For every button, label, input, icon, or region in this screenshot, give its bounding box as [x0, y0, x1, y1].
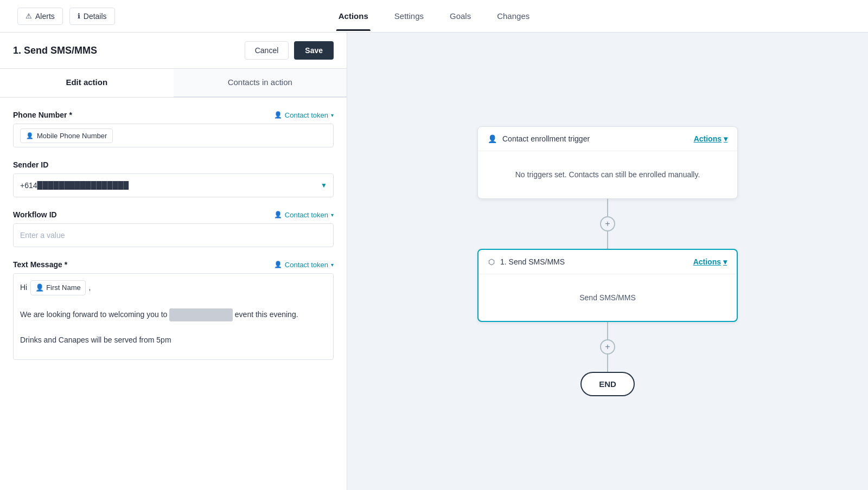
workflow-token-chevron: ▾ [331, 212, 334, 218]
action-node-title-group: ⬡ 1. Send SMS/MMS [488, 257, 565, 266]
action-node-header: ⬡ 1. Send SMS/MMS Actions ▾ [478, 250, 737, 274]
phone-number-field: Phone Number * 👤 Contact token ▾ 👤 Mobil… [13, 111, 334, 147]
trigger-person-icon: 👤 [488, 134, 497, 143]
add-step-btn-1[interactable]: + [600, 216, 615, 231]
action-node-body: Send SMS/MMS [478, 274, 737, 321]
sender-select-wrapper: +614█████████████████ ▼ [13, 173, 334, 197]
action-node-actions-btn[interactable]: Actions ▾ [693, 257, 727, 266]
text-message-token-btn[interactable]: 👤 Contact token ▾ [274, 261, 334, 269]
message-line-1: Hi 👤 First Name , [20, 280, 327, 295]
trigger-node-header: 👤 Contact enrollment trigger Actions ▾ [478, 127, 737, 151]
connector-1: + [600, 199, 615, 249]
workflow-id-field: Workflow ID 👤 Contact token ▾ [13, 210, 334, 247]
main-layout: 1. Send SMS/MMS Cancel Save Edit action … [0, 33, 868, 490]
phone-number-label: Phone Number * [13, 111, 72, 119]
text-token-chevron: ▾ [331, 262, 334, 268]
details-label: Details [84, 12, 107, 21]
phone-contact-token-btn[interactable]: 👤 Contact token ▾ [274, 111, 334, 119]
mobile-phone-tag: 👤 Mobile Phone Number [20, 128, 113, 143]
panel-tabs: Edit action Contacts in action [0, 69, 347, 98]
save-button[interactable]: Save [294, 41, 334, 60]
message-content-area[interactable]: Hi 👤 First Name , We are looking forward… [13, 273, 334, 360]
phone-label-row: Phone Number * 👤 Contact token ▾ [13, 111, 334, 119]
message-line-2: We are looking forward to welcoming you … [20, 308, 327, 321]
add-step-btn-2[interactable]: + [600, 339, 615, 354]
cancel-button[interactable]: Cancel [245, 41, 289, 60]
action-node-title: 1. Send SMS/MMS [500, 257, 565, 266]
action-title: 1. Send SMS/MMS [13, 45, 97, 56]
text-message-label: Text Message * [13, 260, 67, 269]
connector-2: + [600, 322, 615, 372]
connector-line-3 [607, 322, 608, 339]
workflow-id-label: Workflow ID [13, 210, 57, 219]
tab-settings[interactable]: Settings [392, 2, 426, 30]
trigger-node-title: Contact enrollment trigger [502, 134, 590, 143]
alert-icon: ⚠ [25, 12, 32, 20]
info-icon: ℹ [78, 12, 80, 20]
tab-contacts-in-action[interactable]: Contacts in action [174, 69, 347, 97]
first-name-token: 👤 First Name [30, 280, 86, 295]
trigger-actions-btn[interactable]: Actions ▾ [694, 134, 727, 143]
tab-goals[interactable]: Goals [448, 2, 473, 30]
sms-icon: ⬡ [488, 257, 495, 266]
alerts-button[interactable]: ⚠ Alerts [17, 8, 63, 25]
workflow-label-row: Workflow ID 👤 Contact token ▾ [13, 210, 334, 219]
connector-line-2 [607, 231, 608, 249]
tab-actions[interactable]: Actions [336, 2, 371, 30]
sender-id-label: Sender ID [13, 160, 48, 169]
blurred-event-name [169, 308, 233, 321]
sender-id-field: Sender ID +614█████████████████ ▼ [13, 160, 334, 197]
workflow-id-input[interactable] [13, 223, 334, 247]
trigger-node-body: No triggers set. Contacts can still be e… [478, 151, 737, 198]
trigger-node-title-group: 👤 Contact enrollment trigger [488, 134, 590, 143]
nav-left-buttons: ⚠ Alerts ℹ Details [17, 8, 115, 25]
tab-changes[interactable]: Changes [495, 2, 532, 30]
trigger-node: 👤 Contact enrollment trigger Actions ▾ N… [477, 126, 738, 198]
tab-edit-action[interactable]: Edit action [0, 69, 174, 97]
action-buttons: Cancel Save [245, 41, 334, 60]
form-content: Phone Number * 👤 Contact token ▾ 👤 Mobil… [0, 98, 347, 490]
sender-id-select[interactable]: +614█████████████████ [13, 173, 334, 197]
action-header: 1. Send SMS/MMS Cancel Save [0, 33, 347, 69]
first-name-token-icon: 👤 [35, 282, 44, 294]
token-person-icon: 👤 [274, 111, 282, 119]
text-message-field: Text Message * 👤 Contact token ▾ Hi 👤 Fi… [13, 260, 334, 360]
left-panel: 1. Send SMS/MMS Cancel Save Edit action … [0, 33, 347, 490]
nav-center-tabs: Actions Settings Goals Changes [336, 2, 532, 30]
message-line-3: Drinks and Canapes will be served from 5… [20, 334, 327, 347]
top-navigation: ⚠ Alerts ℹ Details Actions Settings Goal… [0, 0, 868, 33]
details-button[interactable]: ℹ Details [69, 8, 115, 25]
connector-line-4 [607, 354, 608, 372]
workflow-canvas: 👤 Contact enrollment trigger Actions ▾ N… [477, 126, 738, 396]
person-tag-icon: 👤 [26, 132, 34, 139]
token-chevron-icon: ▾ [331, 112, 334, 118]
text-message-label-row: Text Message * 👤 Contact token ▾ [13, 260, 334, 269]
workflow-contact-token-btn[interactable]: 👤 Contact token ▾ [274, 211, 334, 219]
alerts-label: Alerts [35, 12, 55, 21]
workflow-token-icon: 👤 [274, 211, 282, 218]
connector-line-1 [607, 199, 608, 216]
end-node[interactable]: END [580, 372, 635, 396]
right-panel: 👤 Contact enrollment trigger Actions ▾ N… [347, 33, 868, 490]
sender-label-row: Sender ID [13, 160, 334, 169]
phone-input-wrapper[interactable]: 👤 Mobile Phone Number [13, 124, 334, 147]
trigger-actions-chevron: ▾ [724, 134, 727, 143]
text-token-icon: 👤 [274, 261, 282, 268]
action-node: ⬡ 1. Send SMS/MMS Actions ▾ Send SMS/MMS [477, 249, 738, 322]
action-actions-chevron: ▾ [723, 257, 727, 266]
